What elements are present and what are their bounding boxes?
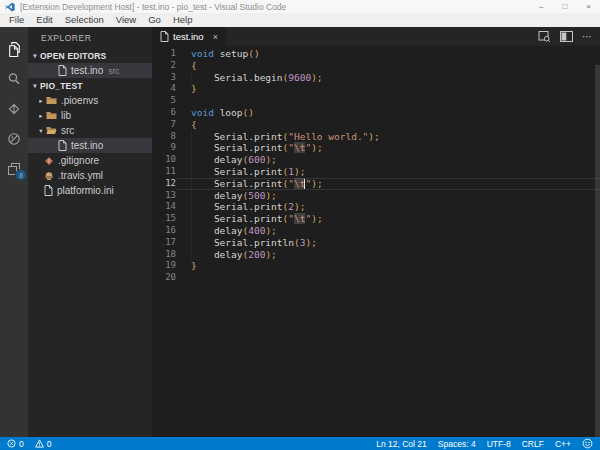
line-number[interactable]: 10 [152,154,176,166]
code-line-6[interactable]: 6void loop() [152,107,600,119]
debug-icon[interactable] [0,124,28,154]
code-line-4[interactable]: 4} [152,83,600,95]
folder-icon [46,96,57,105]
code-line-16[interactable]: 16 delay(400); [152,225,600,237]
twistie-expanded-icon: ▾ [30,48,40,63]
code-line-5[interactable]: 5 [152,95,600,107]
code-line-1[interactable]: 1void setup() [152,48,600,60]
line-number[interactable]: 19 [152,260,176,272]
tab-testino[interactable]: test.ino × [152,27,226,46]
code-editor[interactable]: 1void setup()2{3 Serial.begin(9600);4}56… [152,46,600,437]
code-line-10[interactable]: 10 delay(600); [152,154,600,166]
code-line-17[interactable]: 17 Serial.println(3); [152,237,600,249]
code-line-18[interactable]: 18 delay(200); [152,249,600,261]
encoding-setting[interactable]: UTF-8 [487,439,511,449]
code-line-15[interactable]: 15 Serial.print("\t"); [152,213,600,225]
eol-setting[interactable]: CRLF [522,439,544,449]
vertical-scrollbar[interactable] [595,65,600,437]
code-line-12[interactable]: 12 Serial.print("\t"); [152,178,600,190]
line-number[interactable]: 9 [152,142,176,154]
tree-item-gitignore[interactable]: .gitignore [28,153,152,168]
line-number[interactable]: 13 [152,190,176,202]
vscode-window: [Extension Development Host] - test.ino … [0,0,600,450]
code-line-3[interactable]: 3 Serial.begin(9600); [152,72,600,84]
explorer-icon[interactable] [0,34,28,64]
line-number[interactable]: 18 [152,249,176,261]
warning-count[interactable]: 0 [47,439,52,449]
code-text: Serial.print("\t"); [176,213,323,225]
more-actions-icon[interactable]: ⋯ [582,31,592,42]
vscode-logo-icon [5,2,15,12]
code-line-9[interactable]: 9 Serial.print("\t"); [152,142,600,154]
menu-go[interactable]: Go [142,13,167,27]
line-number[interactable]: 12 [152,178,176,190]
line-number[interactable]: 6 [152,107,176,119]
language-mode[interactable]: C++ [555,439,571,449]
tree-item-lib[interactable]: ▸ lib [28,108,152,123]
open-editor-item-testino[interactable]: test.ino src [28,63,152,78]
split-editor-icon[interactable] [560,31,573,42]
menu-edit[interactable]: Edit [30,13,58,27]
tree-item-pioenvs[interactable]: ▸ .pioenvs [28,93,152,108]
search-icon[interactable] [0,64,28,94]
title-bar: [Extension Development Host] - test.ino … [0,0,600,13]
line-number[interactable]: 1 [152,48,176,60]
line-number[interactable]: 8 [152,131,176,143]
code-text: Serial.begin(9600); [176,72,323,84]
code-line-20[interactable]: 20 [152,272,600,284]
close-button[interactable]: × [586,0,591,13]
extensions-icon[interactable]: 8 [0,154,28,184]
git-icon [44,156,54,166]
line-number[interactable]: 11 [152,166,176,178]
indentation-setting[interactable]: Spaces: 4 [438,439,476,449]
window-title: [Extension Development Host] - test.ino … [20,2,286,12]
code-text: delay(200); [176,249,277,261]
code-line-11[interactable]: 11 Serial.print(1); [152,166,600,178]
explorer-panel: EXPLORER ▾ OPEN EDITORS test.ino src ▾ P… [28,27,152,437]
menu-help[interactable]: Help [167,13,199,27]
tree-item-platformioini[interactable]: platformio.ini [28,183,152,198]
code-line-7[interactable]: 7{ [152,119,600,131]
menu-selection[interactable]: Selection [59,13,110,27]
open-editors-section[interactable]: ▾ OPEN EDITORS [28,48,152,63]
tree-item-label: .pioenvs [61,95,98,106]
code-line-2[interactable]: 2{ [152,60,600,72]
line-number[interactable]: 7 [152,119,176,131]
feedback-smiley-icon[interactable] [582,438,593,449]
tab-close-icon[interactable]: × [213,32,218,42]
twistie-collapsed-icon: ▸ [36,108,46,123]
twistie-expanded-icon: ▾ [36,123,46,138]
cursor-position[interactable]: Ln 12, Col 21 [376,439,427,449]
line-number[interactable]: 16 [152,225,176,237]
error-icon [7,439,16,448]
code-text: Serial.println(3); [176,237,317,249]
menu-bar: File Edit Selection View Go Help [0,13,600,27]
tree-item-label: lib [61,110,71,121]
code-line-14[interactable]: 14 Serial.print(2); [152,201,600,213]
line-number[interactable]: 14 [152,201,176,213]
code-text: delay(500); [176,190,277,202]
line-number[interactable]: 15 [152,213,176,225]
menu-view[interactable]: View [110,13,142,27]
code-line-19[interactable]: 19} [152,260,600,272]
maximize-button[interactable]: □ [562,0,567,13]
open-preview-icon[interactable] [538,30,551,43]
code-text: Serial.print(2); [176,201,305,213]
project-section[interactable]: ▾ PIO_TEST [28,78,152,93]
line-number[interactable]: 5 [152,95,176,107]
line-number[interactable]: 4 [152,83,176,95]
line-number[interactable]: 17 [152,237,176,249]
line-number[interactable]: 2 [152,60,176,72]
line-number[interactable]: 20 [152,272,176,284]
tree-item-src[interactable]: ▾ src [28,123,152,138]
menu-file[interactable]: File [3,13,30,27]
minimize-button[interactable]: – [539,0,543,13]
error-count[interactable]: 0 [19,439,24,449]
code-line-13[interactable]: 13 delay(500); [152,190,600,202]
project-label: PIO_TEST [40,81,83,91]
line-number[interactable]: 3 [152,72,176,84]
tree-item-testino[interactable]: test.ino [28,138,152,153]
code-line-8[interactable]: 8 Serial.print("Hello world."); [152,131,600,143]
source-control-icon[interactable] [0,94,28,124]
tree-item-travisyml[interactable]: .travis.yml [28,168,152,183]
